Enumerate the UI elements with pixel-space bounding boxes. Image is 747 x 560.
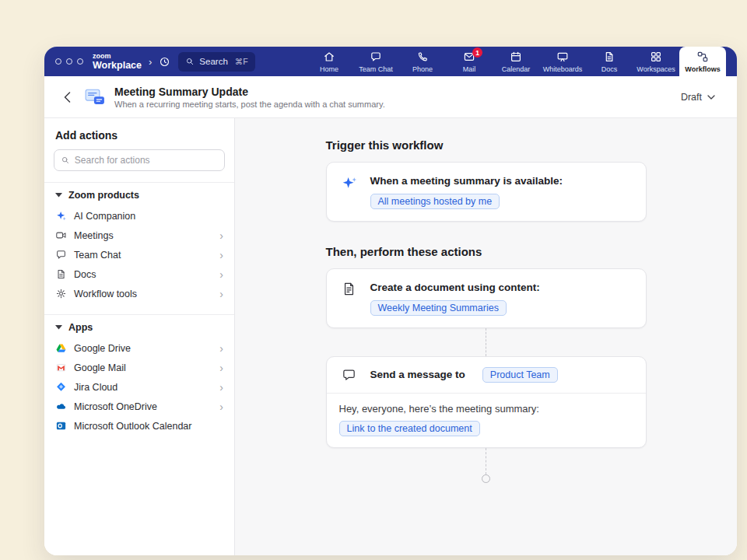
- sidebar-item-label: Docs: [74, 269, 96, 280]
- chevron-right-icon: ›: [219, 401, 223, 412]
- section-label: Zoom products: [68, 190, 139, 201]
- chevron-right-icon: ›: [219, 269, 223, 280]
- sidebar-item-microsoft-onedrive[interactable]: Microsoft OneDrive ›: [44, 397, 234, 416]
- navbar-tabs: Home Team Chat Phone Mail 1 Calendar: [306, 47, 737, 76]
- google-drive-icon: [55, 342, 67, 354]
- team-chat-icon: [55, 249, 67, 261]
- create-document-content: Create a document using content: Weekly …: [370, 281, 540, 316]
- section-label: Apps: [68, 322, 93, 333]
- chevron-left-icon: [64, 92, 71, 103]
- window-dot-icon[interactable]: [55, 58, 61, 65]
- actions-sidebar: Add actions Zoom products AI Companion M…: [44, 118, 235, 555]
- search-icon: [61, 156, 70, 165]
- sidebar-item-microsoft-outlook-calendar[interactable]: Microsoft Outlook Calendar: [44, 416, 234, 436]
- dashed-connector: [486, 448, 486, 474]
- message-body-text: Hey, everyone, here’s the meeting summar…: [339, 403, 633, 415]
- logo-zoom-text: zoom: [93, 53, 142, 60]
- section-apps[interactable]: Apps: [44, 315, 234, 338]
- actions-heading: Then, perform these actions: [326, 245, 647, 258]
- nav-tab-whiteboards[interactable]: Whiteboards: [539, 47, 586, 76]
- sidebar-item-meetings[interactable]: Meetings ›: [44, 226, 234, 245]
- gear-icon: [55, 288, 67, 299]
- send-message-card[interactable]: Send a message to Product Team Hey, ever…: [326, 356, 647, 448]
- workflow-canvas: Trigger this workflow When a meeting sum…: [235, 118, 737, 555]
- nav-tab-label: Workspaces: [637, 65, 675, 73]
- section-zoom-products[interactable]: Zoom products: [44, 183, 234, 206]
- chevron-right-icon: ›: [219, 230, 223, 241]
- back-button[interactable]: [58, 89, 75, 106]
- workflow-thumbnail-icon: [85, 89, 105, 106]
- caret-down-icon: [55, 193, 62, 197]
- sidebar-item-docs[interactable]: Docs ›: [44, 264, 234, 284]
- ai-companion-icon: [55, 210, 67, 222]
- docs-icon: [603, 51, 615, 63]
- search-icon: [185, 57, 195, 66]
- status-dropdown[interactable]: Draft: [676, 89, 720, 106]
- nav-tab-docs[interactable]: Docs: [586, 47, 633, 76]
- calendar-icon: [510, 51, 522, 63]
- trigger-heading: Trigger this workflow: [326, 138, 647, 152]
- history-button[interactable]: [159, 56, 170, 68]
- nav-tab-workspaces[interactable]: Workspaces: [633, 47, 679, 76]
- team-chat-icon: [370, 51, 382, 63]
- nav-tab-more[interactable]: More: [726, 47, 737, 76]
- zoom-workplace-logo: zoom Workplace: [93, 53, 142, 71]
- meetings-icon: [55, 229, 67, 241]
- global-search-button[interactable]: Search ⌘F: [178, 52, 254, 72]
- jira-icon: [55, 381, 67, 393]
- sidebar-item-google-mail[interactable]: Google Mail ›: [44, 358, 234, 377]
- window-controls[interactable]: [55, 58, 83, 65]
- docs-icon: [55, 268, 67, 280]
- whiteboard-icon: [556, 51, 569, 63]
- chevron-right-icon: ›: [219, 250, 223, 261]
- nav-tab-label: Calendar: [502, 65, 531, 73]
- chevron-right-icon[interactable]: ›: [147, 56, 153, 68]
- workflow-flow-column: Trigger this workflow When a meeting sum…: [326, 118, 647, 555]
- nav-tab-label: Mail: [463, 65, 476, 73]
- sidebar-item-team-chat[interactable]: Team Chat ›: [44, 245, 234, 264]
- page-title: Meeting Summary Update: [114, 86, 385, 98]
- home-icon: [323, 51, 335, 63]
- nav-tab-mail[interactable]: Mail 1: [446, 47, 493, 76]
- message-body: Hey, everyone, here’s the meeting summar…: [327, 394, 646, 447]
- mail-unread-badge: 1: [472, 47, 482, 58]
- sidebar-item-google-drive[interactable]: Google Drive ›: [44, 338, 234, 358]
- sidebar-item-ai-companion[interactable]: AI Companion: [44, 206, 234, 226]
- document-icon: [339, 281, 359, 296]
- actions-search-input[interactable]: [75, 155, 218, 166]
- trigger-card-content: When a meeting summary is available: All…: [370, 174, 563, 209]
- chevron-down-icon: [707, 95, 715, 100]
- actions-search-box[interactable]: [54, 149, 225, 171]
- send-message-text: Send a message to: [370, 368, 465, 382]
- sidebar-heading: Add actions: [55, 129, 223, 142]
- nav-tab-phone[interactable]: Phone: [399, 47, 446, 76]
- page-subtitle: When a recurring meeting starts, post th…: [114, 100, 385, 109]
- trigger-scope-pill[interactable]: All meetings hosted by me: [370, 194, 500, 209]
- sidebar-item-label: Team Chat: [74, 250, 121, 261]
- trigger-card-text: When a meeting summary is available:: [370, 174, 563, 188]
- navbar-left-cluster: zoom Workplace › Search ⌘F: [44, 47, 255, 76]
- message-recipient-pill[interactable]: Product Team: [482, 367, 558, 383]
- search-label: Search: [199, 57, 227, 66]
- sidebar-item-label: Google Drive: [74, 343, 131, 354]
- sidebar-item-workflow-tools[interactable]: Workflow tools ›: [44, 284, 234, 303]
- window-dot-icon[interactable]: [66, 58, 72, 65]
- nav-tab-label: Phone: [412, 65, 433, 73]
- chevron-right-icon: ›: [219, 343, 223, 354]
- create-document-card[interactable]: Create a document using content: Weekly …: [326, 268, 647, 328]
- nav-tab-home[interactable]: Home: [306, 47, 352, 76]
- trigger-card[interactable]: When a meeting summary is available: All…: [326, 162, 647, 222]
- sidebar-item-label: Microsoft Outlook Calendar: [74, 421, 191, 432]
- sidebar-item-label: Meetings: [74, 230, 114, 241]
- document-link-pill[interactable]: Link to the created document: [339, 421, 480, 436]
- nav-tab-workflows[interactable]: Workflows: [679, 47, 726, 76]
- outlook-icon: [55, 420, 67, 432]
- nav-tab-calendar[interactable]: Calendar: [493, 47, 539, 76]
- create-document-text: Create a document using content:: [370, 281, 540, 295]
- document-content-pill[interactable]: Weekly Meeting Summaries: [370, 300, 507, 316]
- nav-tab-team-chat[interactable]: Team Chat: [352, 47, 399, 76]
- sidebar-item-jira-cloud[interactable]: Jira Cloud ›: [44, 377, 234, 397]
- app-body: Add actions Zoom products AI Companion M…: [44, 118, 737, 555]
- sidebar-item-label: AI Companion: [74, 211, 135, 222]
- window-dot-icon[interactable]: [77, 58, 83, 65]
